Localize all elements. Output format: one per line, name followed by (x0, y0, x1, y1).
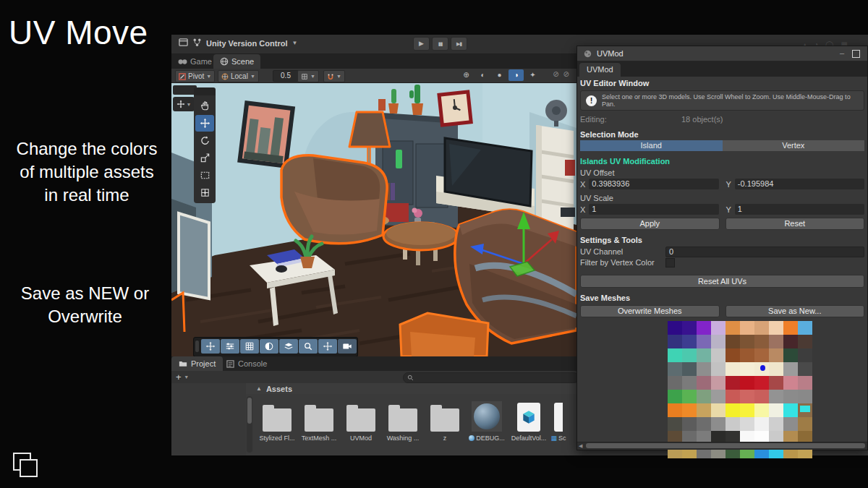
scene-viewport[interactable]: ▼ (171, 83, 576, 356)
palette-cell (711, 417, 726, 431)
overwrite-meshes-button[interactable]: Overwrite Meshes (580, 305, 720, 317)
chevron-down-icon: ▼ (292, 40, 297, 46)
island-mode-button[interactable]: Island (580, 140, 723, 151)
magnet-icon (327, 73, 334, 80)
selection-mode-header: Selection Mode (580, 129, 864, 140)
tab-console[interactable]: Console (219, 356, 274, 371)
palette-cell (740, 335, 754, 348)
wall-clock[interactable] (439, 92, 471, 125)
filter-vertex-color-checkbox[interactable] (665, 258, 675, 267)
tab-uvmod[interactable]: UVMod (579, 63, 621, 77)
uv-offset-x-field[interactable]: 0.3983936 (589, 179, 718, 189)
transform-overlay-button[interactable] (318, 339, 337, 354)
asset-item[interactable]: TextMesh ... (298, 397, 340, 442)
snap-increment-dropdown[interactable]: ▼ (323, 70, 345, 82)
reset-button[interactable]: Reset (726, 218, 865, 230)
save-as-new-button[interactable]: Save as New... (726, 305, 865, 317)
palette-cell (740, 403, 754, 417)
palette-cell (726, 321, 740, 335)
package-manager-icon[interactable] (179, 38, 188, 48)
step-button[interactable]: ▶▮ (451, 37, 467, 51)
collapse-icon[interactable]: ▲ (256, 385, 262, 392)
overlay-drag-handle[interactable] (195, 341, 199, 352)
vertex-mode-button[interactable]: Vertex (723, 140, 865, 151)
palette-cell (783, 335, 798, 348)
palette-cell (798, 376, 812, 390)
palette-cell (740, 376, 754, 390)
palette-cell (668, 348, 682, 362)
armchair[interactable] (281, 155, 387, 244)
uv-channel-field[interactable]: 0 (665, 247, 864, 257)
scroll-left-icon[interactable]: ◀ (579, 443, 582, 449)
apply-button[interactable]: Apply (580, 218, 720, 230)
tab-project[interactable]: Project (171, 356, 223, 371)
render-sphere-overlay-button[interactable] (260, 339, 278, 354)
palette-cell (754, 335, 769, 348)
minimize-button[interactable]: – (840, 48, 844, 57)
pause-button[interactable]: ▮▮ (432, 37, 448, 51)
overlay-menu[interactable]: ▼ (173, 97, 195, 111)
asset-item[interactable]: Stylized Fl... (256, 397, 298, 442)
reset-all-uvs-button[interactable]: Reset All UVs (580, 275, 864, 288)
layers-overlay-button[interactable] (279, 339, 298, 354)
palette-cell (711, 335, 726, 348)
uv-scale-y-field[interactable]: 1 (735, 204, 864, 215)
picture-frame[interactable] (237, 100, 295, 168)
game-icon (178, 59, 187, 65)
info-icon: ! (586, 95, 597, 106)
palette-cell (682, 403, 697, 417)
uv-scale-x-field[interactable]: 1 (589, 204, 718, 215)
add-asset-button[interactable]: + ▼ (176, 372, 189, 382)
material-thumbnail (472, 401, 502, 432)
effects-dropdown-icon[interactable]: ✦▼ (525, 69, 540, 81)
shading-mode-icon[interactable]: ⊕ (459, 69, 474, 81)
asset-item[interactable]: DEBUG... (466, 397, 508, 442)
grid-snap-dropdown[interactable]: ▼ (297, 70, 319, 82)
tools-overlay-header[interactable] (194, 87, 216, 95)
palette-cell (783, 348, 798, 362)
palette-cell (740, 362, 754, 376)
skybox-icon[interactable]: ◑ (509, 69, 524, 81)
texture-palette-preview[interactable] (668, 321, 812, 458)
asset-item[interactable]: z (424, 397, 466, 442)
palette-cell (798, 390, 812, 403)
palette-cell (668, 417, 682, 431)
maximize-button[interactable] (852, 50, 860, 58)
palette-cell (668, 403, 682, 417)
camera-overlay-button[interactable] (338, 339, 357, 354)
uv-offset-y-field[interactable]: -0.195984 (735, 179, 864, 189)
uvmod-hscrollbar[interactable]: ◀ (577, 442, 867, 450)
scale-tool[interactable] (195, 150, 214, 166)
project-tree-column[interactable] (171, 383, 247, 455)
move-tool[interactable] (195, 115, 214, 132)
tab-scene[interactable]: Scene (213, 54, 260, 69)
ui-sliders-overlay-button[interactable] (221, 339, 239, 354)
asset-item[interactable]: DefaultVol... (508, 397, 550, 442)
hand-tool[interactable] (195, 98, 214, 114)
asset-item[interactable]: Washing ... (382, 397, 424, 442)
move-overlay-button[interactable] (201, 339, 220, 354)
rect-tool[interactable] (195, 167, 214, 184)
asset-item[interactable]: UVMod (340, 397, 382, 442)
rotate-tool[interactable] (195, 132, 214, 149)
version-control-dropdown[interactable]: Unity Version Control (206, 39, 287, 48)
audio-gizmo-toggles[interactable]: ⊘⊘ (553, 70, 574, 78)
pivot-dropdown[interactable]: Pivot▼ (175, 70, 215, 82)
folder-icon (263, 408, 292, 432)
uvmod-titlebar[interactable]: UVMod – (577, 46, 867, 61)
palette-cell (682, 321, 697, 335)
assets-scrollbar[interactable] (247, 396, 252, 453)
palette-cell (682, 417, 697, 431)
project-search-input[interactable] (403, 372, 579, 383)
palette-cell (711, 403, 726, 417)
tab-game[interactable]: Game (171, 54, 218, 69)
transform-tool[interactable] (195, 184, 214, 201)
grid-size-field[interactable]: 0.5 (273, 70, 299, 82)
lighting-icon[interactable]: ● (492, 69, 507, 81)
view-2d-icon[interactable]: ◐ (475, 69, 490, 81)
play-button[interactable]: ▶ (413, 37, 430, 51)
local-dropdown[interactable]: Local▼ (218, 70, 259, 82)
grid-overlay-button[interactable] (240, 339, 259, 354)
search-overlay-button[interactable] (299, 339, 318, 354)
asset-item[interactable]: ▦Sc (550, 397, 567, 442)
